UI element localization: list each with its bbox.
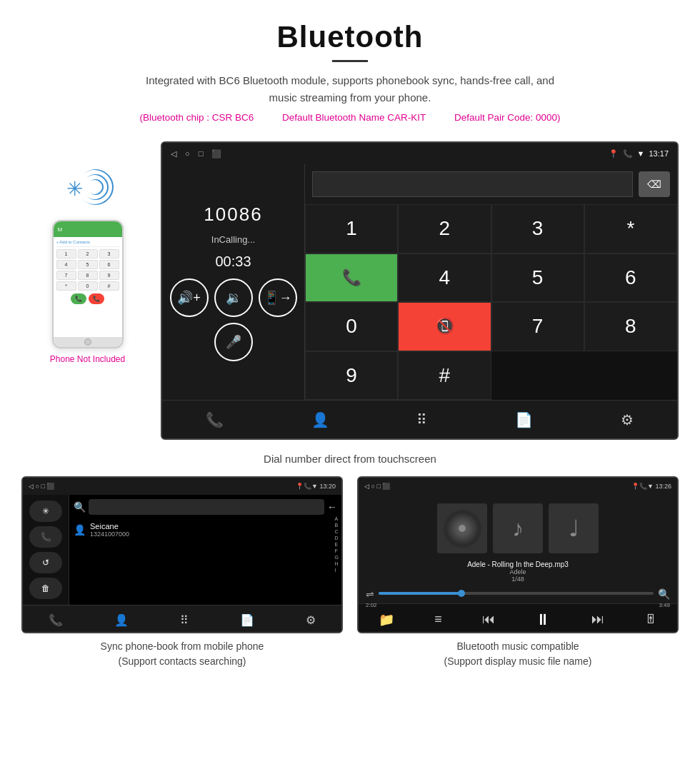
- key-2[interactable]: 2: [398, 204, 491, 253]
- mute-button[interactable]: 🎤: [214, 323, 253, 361]
- pb-call-btn[interactable]: 📞: [29, 526, 62, 548]
- key-6[interactable]: 6: [584, 253, 677, 303]
- pb-contact-row: 👤 Seicane 13241007000: [74, 519, 337, 541]
- header-specs: (Bluetooth chip : CSR BC6 Default Blueto…: [29, 112, 671, 123]
- pb-delete-btn[interactable]: 🗑: [29, 578, 62, 599]
- key-star[interactable]: *: [584, 204, 677, 253]
- phone-status-bar: M: [54, 221, 122, 237]
- car-dial-screen: ◁ ○ □ ⬛ 📍 📞 ▼ 13:17 10086 InCalling... 0…: [161, 141, 679, 440]
- key-4[interactable]: 4: [398, 253, 491, 303]
- backspace-button[interactable]: ⌫: [639, 171, 670, 197]
- phone-end-button: 📞: [89, 293, 104, 304]
- keypad-display: [312, 171, 633, 197]
- music-note-icon: ♪: [512, 516, 524, 542]
- music-play-icon[interactable]: ⏸: [535, 610, 551, 629]
- phone-key-8: 8: [78, 271, 98, 280]
- page-title: Bluetooth: [29, 20, 671, 54]
- music-shuffle-search-row: ⇌ 🔍: [366, 588, 670, 600]
- pb-status-right: 📍📞▼ 13:20: [296, 483, 336, 490]
- pb-bottom-sms-icon[interactable]: 📄: [240, 613, 254, 627]
- bottom-dialpad-icon[interactable]: ⠿: [416, 411, 427, 428]
- key-9[interactable]: 9: [305, 351, 398, 401]
- phonebook-caption: Sync phone-book from mobile phone(Suppor…: [21, 639, 343, 669]
- nav-screenshot-icon: ⬛: [211, 149, 221, 159]
- music-prev-icon[interactable]: ⏮: [482, 612, 495, 627]
- music-track-count: 1/48: [359, 576, 677, 583]
- music-time-display: 2:02 3:49: [366, 602, 670, 608]
- phone-key-6: 6: [99, 260, 119, 269]
- car-status-bar: ◁ ○ □ ⬛ 📍 📞 ▼ 13:17: [162, 143, 677, 164]
- pb-back-icon: ←: [327, 501, 337, 513]
- music-body: ♪ ♩ Adele - Rolling In the Deep.mp3 Adel…: [359, 495, 677, 603]
- phone-key-star: *: [56, 281, 76, 291]
- album-art-right: ♩: [549, 503, 599, 553]
- volume-up-button[interactable]: 🔊+: [170, 278, 209, 317]
- bottom-phone-icon[interactable]: 📞: [206, 411, 224, 428]
- music-caption: Bluetooth music compatible(Support displ…: [357, 639, 679, 669]
- bottom-settings-icon[interactable]: ⚙: [621, 411, 634, 428]
- phone-keypad: 1 2 3 4 5 6 7 8 9 * 0 #: [56, 249, 119, 291]
- pb-bottom-phone-icon[interactable]: 📞: [49, 613, 63, 627]
- bottom-sms-icon[interactable]: 📄: [515, 411, 533, 428]
- music-equalizer-icon[interactable]: 🎚: [644, 612, 657, 627]
- phonebook-screen: ◁ ○ □ ⬛ 📍📞▼ 13:20 ✳ 📞 ↺ 🗑 🔍 ←: [21, 476, 343, 633]
- phone-key-3: 3: [99, 249, 119, 258]
- phone-screen: + Add to Contacts 1 2 3 4 5 6 7 8 9 * 0 …: [54, 237, 122, 337]
- disc-center-left: [459, 525, 466, 532]
- main-caption: Dial number direct from touchscreen: [0, 447, 700, 476]
- bluetooth-wave-graphic: ✳: [59, 163, 116, 213]
- key-1[interactable]: 1: [305, 204, 398, 253]
- music-track-name: Adele - Rolling In the Deep.mp3: [359, 561, 677, 568]
- phone-carrier: M: [58, 226, 63, 233]
- keypad-panel: ⌫ 1 2 3 * 📞 4 5 6 0 📵 7 8 9 #: [305, 164, 677, 400]
- phone-key-hash: #: [99, 281, 119, 291]
- wave-arc-3: [70, 162, 121, 213]
- phone-key-7: 7: [56, 271, 76, 280]
- keypad-input-row: ⌫: [305, 164, 677, 204]
- page-header: Bluetooth Integrated with BC6 Bluetooth …: [0, 0, 700, 134]
- bt-icon-btn[interactable]: ✳: [29, 501, 62, 522]
- music-shuffle-icon[interactable]: ⇌: [366, 588, 374, 600]
- music-folder-icon[interactable]: 📁: [379, 612, 394, 628]
- bottom-contacts-icon[interactable]: 👤: [311, 411, 329, 428]
- spec-chip: (Bluetooth chip : CSR BC6: [139, 112, 254, 123]
- music-screen: ◁ ○ □ ⬛ 📍📞▼ 13:26 ♪ ♩: [357, 476, 679, 633]
- nav-recent-icon: □: [199, 149, 204, 159]
- key-8[interactable]: 8: [584, 302, 677, 351]
- key-7[interactable]: 7: [491, 302, 584, 351]
- key-5[interactable]: 5: [491, 253, 584, 303]
- key-0[interactable]: 0: [305, 302, 398, 351]
- music-progress-area: ⇌ 🔍 2:02 3:49: [359, 585, 677, 611]
- phone-key-2: 2: [78, 249, 98, 258]
- phone-add-contact: + Add to Contacts: [56, 240, 119, 247]
- end-call-button[interactable]: 📵: [398, 302, 491, 351]
- pb-search-bar[interactable]: [89, 499, 324, 515]
- pb-bottom-settings-icon[interactable]: ⚙: [306, 613, 316, 627]
- keypad-grid: 1 2 3 * 📞 4 5 6 0 📵 7 8 9 #: [305, 204, 677, 400]
- nav-home-icon: ○: [185, 149, 190, 159]
- music-progress-bar: [379, 592, 654, 595]
- music-playlist-icon[interactable]: ≡: [434, 612, 442, 627]
- volume-down-button[interactable]: 🔉: [214, 278, 253, 317]
- music-search-icon[interactable]: 🔍: [658, 588, 670, 600]
- pb-bottom-contacts-icon[interactable]: 👤: [114, 613, 129, 627]
- pb-sync-btn[interactable]: ↺: [29, 552, 62, 573]
- status-bar-right: 📍 📞 ▼ 13:17: [609, 149, 669, 159]
- pb-bottom-dialpad-icon[interactable]: ⠿: [180, 613, 189, 627]
- phone-call-buttons: 📞 📞: [56, 293, 119, 304]
- key-3[interactable]: 3: [491, 204, 584, 253]
- music-current-time: 2:02: [366, 602, 377, 608]
- key-hash[interactable]: #: [398, 351, 491, 401]
- transfer-call-button[interactable]: 📱→: [259, 278, 297, 317]
- pb-sidebar: ✳ 📞 ↺ 🗑: [23, 495, 69, 605]
- status-bar-left: ◁ ○ □ ⬛: [171, 149, 221, 159]
- phone-key-4: 4: [56, 260, 76, 269]
- phonebook-body: ✳ 📞 ↺ 🗑 🔍 ← 👤 Seicane 132: [23, 495, 341, 605]
- music-next-icon[interactable]: ⏭: [591, 612, 604, 627]
- title-divider: [332, 60, 368, 62]
- music-note-icon-2: ♩: [569, 515, 579, 542]
- call-button[interactable]: 📞: [305, 253, 398, 303]
- phone-illustration: ✳ M + Add to Contacts 1 2 3 4 5 6: [21, 141, 154, 364]
- phone-key-5: 5: [78, 260, 98, 269]
- music-total-time: 3:49: [659, 602, 670, 608]
